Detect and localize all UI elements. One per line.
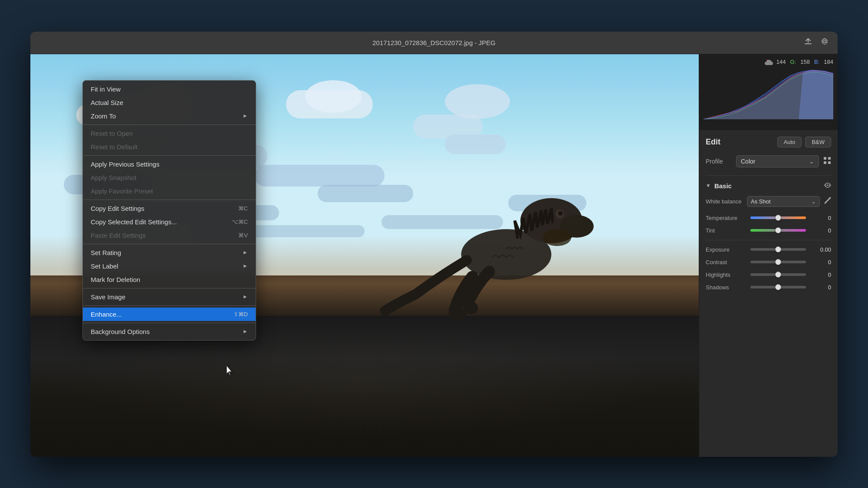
contrast-thumb[interactable]	[775, 259, 781, 265]
temperature-row: Temperature 0	[706, 215, 831, 221]
eyedropper-icon[interactable]	[824, 197, 831, 206]
menu-item-fit-in-view[interactable]: Fit in View	[83, 82, 256, 96]
menu-item-save-image[interactable]: Save Image ►	[83, 290, 256, 304]
shadows-label: Shadows	[706, 284, 747, 291]
highlights-thumb[interactable]	[775, 272, 781, 278]
profile-label: Profile	[706, 158, 732, 165]
temperature-thumb[interactable]	[775, 215, 781, 221]
context-menu: Fit in View Actual Size Zoom To ► Reset …	[82, 80, 256, 341]
highlights-track[interactable]	[750, 273, 806, 276]
wb-select[interactable]: As Shot ⌄	[747, 196, 820, 207]
exposure-value: 0.00	[809, 246, 831, 253]
set-label-arrow: ►	[243, 263, 248, 269]
title-bar-actions	[804, 37, 829, 48]
wb-value: As Shot	[751, 198, 771, 205]
copy-sel-shortcut: ⌥⌘C	[232, 219, 248, 225]
svg-point-7	[543, 229, 571, 246]
section-divider	[706, 175, 831, 176]
edit-buttons: Auto B&W	[777, 137, 831, 147]
exposure-label: Exposure	[706, 246, 747, 253]
menu-item-bg-options[interactable]: Background Options ►	[83, 325, 256, 338]
set-rating-arrow: ►	[243, 249, 248, 255]
tint-value: 0	[809, 227, 831, 234]
export-icon[interactable]	[804, 37, 812, 48]
highlights-row: Highlights 0	[706, 272, 831, 278]
wb-row: White balance As Shot ⌄	[706, 196, 831, 207]
contrast-value: 0	[809, 259, 831, 265]
grid-icon[interactable]	[823, 157, 831, 166]
menu-item-enhance[interactable]: Enhance... ⇧⌘D	[83, 308, 256, 321]
wb-label: White balance	[706, 198, 747, 205]
profile-row: Profile Color ⌄	[706, 155, 831, 167]
shadows-thumb[interactable]	[775, 284, 781, 290]
photo-area[interactable]: Fit in View Actual Size Zoom To ► Reset …	[30, 54, 699, 457]
enhance-shortcut: ⇧⌘D	[233, 311, 248, 318]
right-panel: R: 144 G: 158 B: 184	[699, 54, 838, 457]
tint-thumb[interactable]	[775, 227, 781, 233]
menu-sep-3	[83, 200, 256, 200]
menu-sep-5	[83, 288, 256, 288]
auto-button[interactable]: Auto	[777, 137, 802, 147]
slider-divider	[706, 240, 831, 240]
contrast-label: Contrast	[706, 259, 747, 265]
save-image-arrow: ►	[243, 294, 248, 300]
b-label: B:	[814, 59, 819, 65]
tint-row: Tint 0	[706, 227, 831, 234]
tint-track[interactable]	[750, 229, 806, 232]
basic-title: Basic	[714, 182, 732, 190]
contrast-track[interactable]	[750, 261, 806, 263]
menu-item-actual-size[interactable]: Actual Size	[83, 96, 256, 109]
svg-rect-11	[828, 161, 831, 164]
menu-sep-2	[83, 155, 256, 156]
g-label: G:	[790, 59, 796, 65]
settings-icon[interactable]	[820, 37, 829, 48]
basic-chevron-icon[interactable]: ▼	[706, 183, 711, 189]
histogram-cloud-icon	[763, 58, 774, 67]
bw-button[interactable]: B&W	[805, 137, 831, 147]
menu-item-set-rating[interactable]: Set Rating ►	[83, 246, 256, 259]
menu-item-copy-edit[interactable]: Copy Edit Settings ⌘C	[83, 202, 256, 215]
shadows-row: Shadows 0	[706, 284, 831, 291]
app-window: 20171230_072836_DSC02072.jpg - JPEG	[30, 32, 838, 457]
svg-rect-8	[824, 157, 826, 160]
copy-edit-shortcut: ⌘C	[238, 205, 248, 212]
menu-item-apply-snap: Apply Snapshot	[83, 171, 256, 184]
highlights-value: 0	[809, 272, 831, 278]
b-value: 184	[824, 59, 833, 65]
contrast-row: Contrast 0	[706, 259, 831, 265]
bg-options-arrow: ►	[243, 328, 248, 334]
profile-chevron-icon: ⌄	[809, 158, 814, 165]
temperature-label: Temperature	[706, 215, 747, 221]
g-value: 158	[800, 59, 810, 65]
r-value: 144	[776, 59, 786, 65]
exposure-thumb[interactable]	[775, 246, 781, 252]
menu-item-zoom-to[interactable]: Zoom To ►	[83, 109, 256, 123]
title-bar: 20171230_072836_DSC02072.jpg - JPEG	[30, 32, 838, 54]
svg-rect-0	[805, 43, 812, 44]
menu-item-set-label[interactable]: Set Label ►	[83, 259, 256, 273]
shadows-value: 0	[809, 284, 831, 291]
histogram-canvas	[704, 67, 833, 119]
temperature-track[interactable]	[750, 216, 806, 219]
menu-item-apply-prev[interactable]: Apply Previous Settings	[83, 157, 256, 171]
exposure-row: Exposure 0.00	[706, 246, 831, 253]
profile-value: Color	[741, 158, 755, 165]
shadows-track[interactable]	[750, 286, 806, 288]
edit-title: Edit	[706, 138, 720, 147]
profile-select[interactable]: Color ⌄	[736, 155, 819, 167]
menu-item-mark-del[interactable]: Mark for Deletion	[83, 273, 256, 286]
svg-rect-9	[828, 157, 831, 160]
menu-item-copy-sel[interactable]: Copy Selected Edit Settings... ⌥⌘C	[83, 215, 256, 229]
tint-label: Tint	[706, 227, 747, 234]
exposure-track[interactable]	[750, 248, 806, 251]
basic-section-header: ▼ Basic	[706, 182, 831, 190]
wb-chevron-icon: ⌄	[811, 198, 816, 205]
iguana-silhouette	[345, 74, 645, 356]
svg-point-6	[558, 211, 562, 216]
window-title: 20171230_072836_DSC02072.jpg - JPEG	[372, 39, 496, 46]
eye-icon[interactable]	[824, 182, 831, 189]
menu-sep-1	[83, 124, 256, 125]
highlights-label: Highlights	[706, 272, 747, 278]
paste-edit-shortcut: ⌘V	[238, 232, 248, 239]
menu-item-reset-default: Reset to Default	[83, 140, 256, 154]
